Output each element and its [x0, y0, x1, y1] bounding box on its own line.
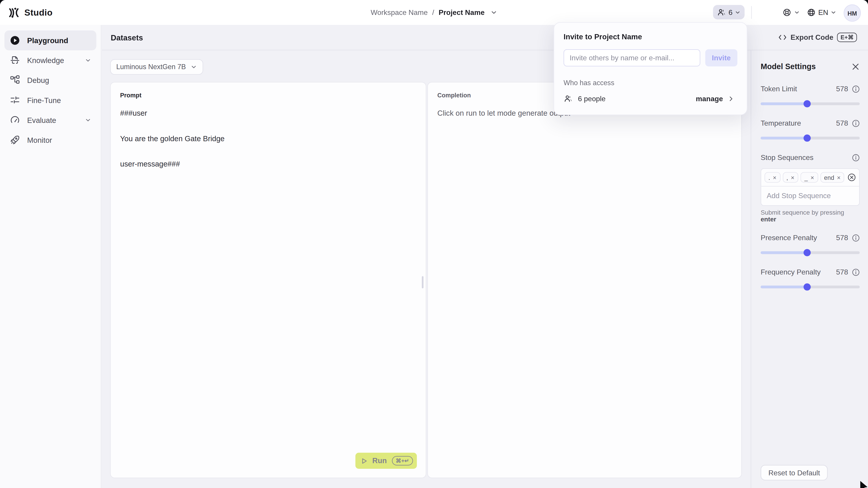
page-title: Datasets: [111, 33, 143, 42]
reset-to-default-button[interactable]: Reset to Default: [761, 465, 828, 481]
sidebar-item-label: Fine-Tune: [27, 96, 61, 104]
temperature-setting: Temperature 578: [761, 119, 860, 140]
remove-icon[interactable]: ×: [791, 174, 795, 181]
sliders-icon: [9, 95, 21, 106]
globe-icon: [807, 8, 816, 17]
code-icon: [778, 34, 787, 41]
playground-area: Luminous NextGen 7B Prompt ###user You a…: [102, 51, 751, 488]
language-code: EN: [818, 8, 828, 17]
breadcrumb-separator: /: [432, 8, 434, 17]
sidebar-item-monitor[interactable]: Monitor: [4, 130, 96, 150]
chip-label: _: [804, 174, 808, 181]
sidebar-item-knowledge[interactable]: Knowledge: [4, 51, 96, 70]
manage-label: manage: [696, 95, 723, 103]
help-menu-button[interactable]: [782, 0, 800, 25]
chip-label: .: [768, 174, 770, 181]
knowledge-icon: [9, 55, 21, 66]
sidebar-item-label: Monitor: [27, 136, 52, 144]
temperature-label: Temperature: [761, 119, 836, 127]
language-selector[interactable]: EN: [807, 0, 836, 25]
sidebar-item-label: Knowledge: [27, 56, 64, 65]
token-limit-slider[interactable]: [761, 102, 860, 105]
breadcrumb-project[interactable]: Project Name: [439, 8, 485, 17]
stop-sequence-chip: , ×: [782, 172, 798, 183]
sidebar-item-label: Evaluate: [27, 116, 56, 124]
chevron-down-icon: [831, 9, 837, 15]
stop-sequences-setting: Stop Sequences . × , × _: [761, 153, 860, 223]
presence-penalty-label: Presence Penalty: [761, 234, 836, 242]
info-icon[interactable]: [852, 85, 860, 93]
stop-sequence-chip: _ ×: [800, 172, 818, 183]
help-icon: [782, 8, 792, 17]
play-circle-icon: [9, 35, 21, 46]
workflow-icon: [9, 75, 21, 86]
chip-label: ,: [786, 174, 788, 181]
slider-thumb[interactable]: [804, 283, 811, 290]
user-avatar[interactable]: HM: [844, 4, 861, 22]
manage-access-button[interactable]: manage: [692, 94, 737, 103]
completion-panel: Completion Click on run to let mode gene…: [427, 82, 742, 478]
add-stop-sequence-input[interactable]: [761, 187, 859, 205]
run-label: Run: [372, 457, 386, 465]
prompt-text[interactable]: ###user You are the golden Gate Bridge u…: [120, 107, 225, 170]
prompt-panel[interactable]: Prompt ###user You are the golden Gate B…: [110, 82, 426, 478]
breadcrumb-workspace[interactable]: Workspace Name: [371, 8, 428, 17]
info-icon[interactable]: [852, 234, 860, 241]
info-icon[interactable]: [852, 119, 860, 127]
sidebar-item-fine-tune[interactable]: Fine-Tune: [4, 90, 96, 110]
chevron-down-icon: [794, 9, 800, 15]
people-icon: [717, 7, 726, 17]
info-icon[interactable]: [852, 268, 860, 276]
scrollbar-thumb[interactable]: [422, 276, 424, 288]
token-limit-value: 578: [836, 85, 848, 93]
slider-thumb[interactable]: [804, 134, 811, 141]
remove-icon[interactable]: ×: [811, 174, 814, 181]
people-count: 6: [728, 8, 733, 17]
people-icon: [564, 94, 573, 103]
run-button[interactable]: Run ⌘+↵: [355, 453, 417, 469]
presence-penalty-slider[interactable]: [761, 251, 860, 254]
frequency-penalty-slider[interactable]: [761, 286, 860, 288]
breadcrumb[interactable]: Workspace Name / Project Name: [371, 0, 497, 25]
frequency-penalty-label: Frequency Penalty: [761, 268, 836, 276]
slider-thumb[interactable]: [804, 100, 811, 107]
chip-label: end: [824, 174, 834, 181]
invite-button[interactable]: Invite: [705, 49, 737, 66]
prompt-label: Prompt: [120, 92, 142, 98]
info-icon[interactable]: [852, 154, 860, 161]
chevron-right-icon: [728, 96, 734, 102]
clear-all-icon[interactable]: [847, 173, 856, 182]
remove-icon[interactable]: ×: [837, 174, 841, 181]
stop-sequence-chip: . ×: [765, 172, 780, 183]
chevron-down-icon: [735, 9, 741, 15]
rocket-icon: [9, 134, 21, 145]
invite-input[interactable]: [564, 49, 700, 66]
model-select[interactable]: Luminous NextGen 7B: [110, 59, 203, 75]
invite-title: Invite to Project Name: [564, 33, 737, 41]
model-settings-title: Model Settings: [761, 62, 816, 71]
sidebar-item-evaluate[interactable]: Evaluate: [4, 110, 96, 130]
top-bar: Studio Workspace Name / Project Name 6: [0, 0, 868, 25]
chevron-down-icon[interactable]: [490, 9, 497, 16]
share-people-button[interactable]: 6: [713, 5, 745, 20]
slider-thumb[interactable]: [804, 249, 811, 256]
invite-popover: Invite to Project Name Invite Who has ac…: [554, 22, 747, 115]
presence-penalty-value: 578: [836, 234, 848, 242]
sidebar-item-playground[interactable]: Playground: [4, 31, 96, 51]
remove-icon[interactable]: ×: [773, 174, 776, 181]
token-limit-setting: Token Limit 578: [761, 85, 860, 105]
page-header: Datasets Export Code E+⌘: [102, 25, 868, 51]
brand: Studio: [8, 0, 53, 25]
play-icon: [361, 457, 367, 464]
token-limit-label: Token Limit: [761, 85, 836, 93]
gauge-icon: [9, 115, 21, 126]
avatar-initials: HM: [847, 10, 857, 16]
app-window: Studio Workspace Name / Project Name 6: [0, 0, 868, 488]
stop-sequences-box: . × , × _ × end ×: [761, 168, 860, 206]
completion-label: Completion: [437, 92, 471, 98]
stop-sequence-chip: end ×: [820, 172, 844, 183]
temperature-slider[interactable]: [761, 137, 860, 139]
export-code-button[interactable]: Export Code E+⌘: [775, 32, 860, 43]
close-icon[interactable]: [851, 62, 860, 71]
sidebar-item-debug[interactable]: Debug: [4, 70, 96, 90]
